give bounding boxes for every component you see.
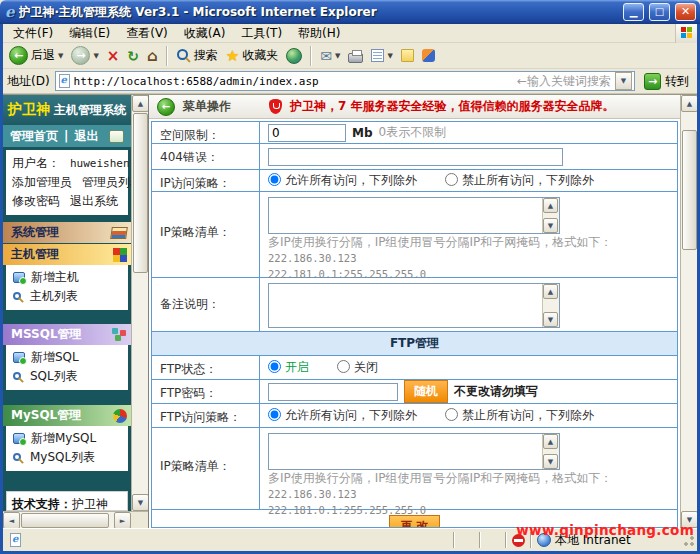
ip-deny-option[interactable]: 禁止所有访问，下列除外: [445, 172, 594, 189]
menu-help[interactable]: 帮助(H): [290, 24, 348, 44]
scroll-thumb[interactable]: [21, 513, 109, 528]
ip-list-textarea[interactable]: [269, 198, 542, 233]
mail-dropdown-icon[interactable]: ▼: [335, 52, 340, 60]
address-label: 地址(D): [7, 73, 50, 90]
ftp-allow-option[interactable]: 允许所有访问，下列除外: [268, 407, 417, 424]
change-password-link[interactable]: 修改密码: [12, 192, 60, 211]
go-arrow-icon: →: [644, 73, 661, 90]
back-dropdown-icon[interactable]: ▼: [58, 52, 63, 60]
close-button[interactable]: ✕: [675, 3, 696, 21]
search-button[interactable]: 搜索: [173, 46, 221, 65]
scroll-thumb[interactable]: [133, 113, 148, 273]
sidebar-item-mysql-list[interactable]: MySQL列表: [13, 448, 128, 467]
add-admin-link[interactable]: 添加管理员: [12, 173, 72, 192]
section-host-management[interactable]: 主机管理: [3, 244, 131, 265]
menu-file[interactable]: 文件(F): [5, 24, 61, 44]
sidebar-item-host-list[interactable]: 主机列表: [13, 287, 128, 306]
error404-input[interactable]: [268, 148, 563, 166]
scroll-right-button[interactable]: ►: [114, 512, 131, 528]
scroll-track[interactable]: [681, 112, 697, 511]
maximize-button[interactable]: □: [649, 3, 670, 21]
ftp-ip-list-textarea[interactable]: [269, 434, 542, 469]
space-limit-input[interactable]: [268, 124, 346, 142]
ftp-off-radio[interactable]: [337, 360, 350, 373]
history-button[interactable]: [283, 47, 305, 65]
ftp-password-input[interactable]: [268, 383, 398, 401]
edit-button[interactable]: ▼: [368, 48, 395, 63]
sidebar-item-new-mssql[interactable]: 新增SQL: [13, 348, 128, 367]
edit-dropdown-icon[interactable]: ▼: [387, 52, 392, 60]
address-url[interactable]: http://localhost:6588/admin/index.asp: [74, 75, 513, 88]
forward-icon: →: [71, 46, 90, 65]
forward-button[interactable]: → ▼: [68, 45, 101, 66]
remark-label: 备注说明：: [152, 278, 260, 331]
address-search-hint[interactable]: ←输入关键词搜索: [517, 73, 611, 90]
submit-button[interactable]: 更 改: [389, 515, 440, 528]
print-button[interactable]: [345, 48, 366, 64]
section-mssql-management[interactable]: MSSQL管理: [3, 324, 131, 345]
ftp-allow-radio[interactable]: [268, 408, 281, 421]
scroll-thumb[interactable]: [682, 130, 697, 250]
minimize-button[interactable]: ▁: [623, 3, 644, 21]
page-content: 护卫神 主机管理系统 管理首页 | 退出 用户名：huweishen: [3, 94, 697, 528]
search-label: 搜索: [194, 47, 218, 64]
section-system-management[interactable]: 系统管理: [3, 222, 131, 243]
messenger-button[interactable]: [419, 48, 438, 63]
textarea-scrollbar[interactable]: ▲▼: [542, 284, 559, 327]
menu-tools[interactable]: 工具(T): [233, 24, 290, 44]
sidebar-item-mssql-list[interactable]: SQL列表: [13, 367, 128, 386]
stop-button[interactable]: ×: [104, 46, 123, 66]
favorites-button[interactable]: ★ 收藏夹: [223, 46, 281, 66]
back-button[interactable]: ← 后退 ▼: [6, 45, 66, 66]
status-divider: [505, 532, 507, 548]
edit-icon: [371, 49, 384, 62]
nav-logout-link[interactable]: 退出: [74, 128, 98, 145]
address-dropdown-button[interactable]: ▼: [615, 72, 632, 90]
go-button[interactable]: → 转到: [640, 73, 693, 90]
menu-view[interactable]: 查看(V): [118, 24, 176, 44]
ip-allow-option[interactable]: 允许所有访问，下列除外: [268, 172, 417, 189]
ip-deny-radio[interactable]: [445, 173, 458, 186]
ftp-deny-option[interactable]: 禁止所有访问，下列除外: [445, 407, 594, 424]
menu-favorites[interactable]: 收藏(A): [176, 24, 234, 44]
scroll-down-button[interactable]: ▼: [543, 218, 558, 233]
random-password-button[interactable]: 随机: [404, 380, 448, 403]
scroll-up-button[interactable]: ▲: [543, 284, 558, 299]
scroll-up-button[interactable]: ▲: [681, 95, 697, 112]
scroll-left-button[interactable]: ◄: [3, 512, 20, 528]
main-vertical-scrollbar[interactable]: ▲ ▼: [680, 95, 697, 528]
scroll-up-button[interactable]: ▲: [543, 198, 558, 213]
scroll-up-button[interactable]: ▲: [543, 434, 558, 449]
remark-textarea[interactable]: [269, 284, 542, 327]
magnifier-icon: [13, 372, 21, 380]
scroll-down-button[interactable]: ▼: [543, 312, 558, 327]
scroll-up-button[interactable]: ▲: [132, 95, 148, 112]
ftp-deny-radio[interactable]: [445, 408, 458, 421]
address-combo[interactable]: http://localhost:6588/admin/index.asp ←输…: [55, 71, 635, 91]
ip-allow-radio[interactable]: [268, 173, 281, 186]
menu-edit[interactable]: 编辑(E): [61, 24, 118, 44]
textarea-scrollbar[interactable]: ▲▼: [542, 198, 559, 233]
notes-button[interactable]: [398, 48, 417, 63]
mail-button[interactable]: ✉ ▼: [317, 47, 343, 65]
sidebar-item-new-mysql[interactable]: 新增MySQL: [13, 429, 128, 448]
section-mysql-management[interactable]: MySQL管理: [3, 405, 131, 426]
nav-home-link[interactable]: 管理首页: [10, 128, 58, 145]
admin-list-link[interactable]: 管理员列表: [82, 173, 131, 192]
logout-system-link[interactable]: 退出系统: [70, 192, 118, 211]
refresh-button[interactable]: ↻: [124, 47, 142, 65]
sidebar-vertical-scrollbar[interactable]: ▲ ▼: [131, 95, 148, 511]
home-button[interactable]: ⌂: [144, 46, 161, 66]
scroll-down-button[interactable]: ▼: [543, 454, 558, 469]
scroll-track[interactable]: [132, 112, 148, 494]
textarea-scrollbar[interactable]: ▲▼: [542, 434, 559, 469]
sidebar-item-new-host[interactable]: 新增主机: [13, 268, 128, 287]
forward-dropdown-icon[interactable]: ▼: [93, 52, 98, 60]
ftp-on-option[interactable]: 开启: [268, 359, 309, 376]
scroll-down-button[interactable]: ▼: [132, 494, 148, 511]
ftp-off-option[interactable]: 关闭: [337, 359, 378, 376]
menu-back-icon[interactable]: ←: [157, 98, 175, 116]
sidebar-horizontal-scrollbar[interactable]: ◄ ►: [3, 511, 148, 528]
scroll-track[interactable]: [20, 512, 114, 528]
ftp-on-radio[interactable]: [268, 360, 281, 373]
